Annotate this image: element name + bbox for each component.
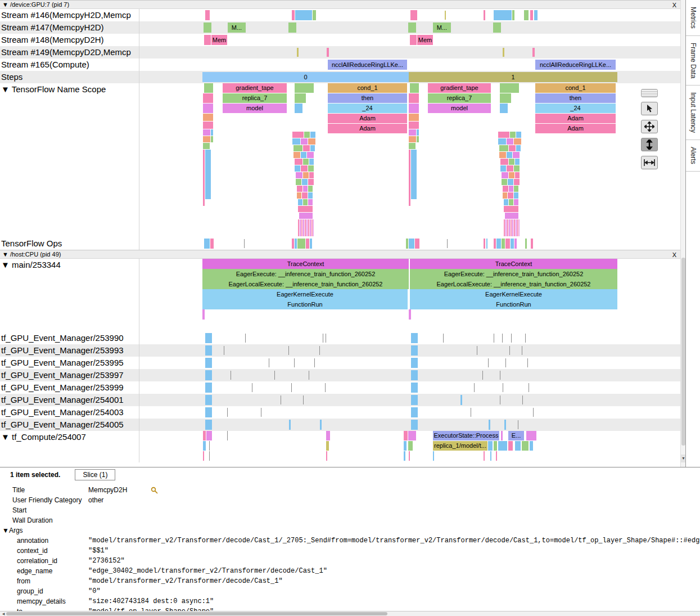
- slice[interactable]: [499, 152, 506, 158]
- close-process-button[interactable]: X: [672, 1, 676, 9]
- slice[interactable]: [292, 132, 304, 138]
- slice[interactable]: [509, 346, 510, 355]
- slice[interactable]: [504, 420, 506, 430]
- slice[interactable]: [408, 441, 413, 451]
- slice[interactable]: [298, 199, 302, 205]
- slice[interactable]: [203, 143, 210, 149]
- slice[interactable]: [261, 408, 261, 417]
- slice[interactable]: [509, 199, 513, 205]
- slice[interactable]: [411, 395, 418, 405]
- track-label[interactable]: ▼ main/253344: [0, 259, 139, 332]
- slice[interactable]: [471, 408, 471, 417]
- slice[interactable]: [306, 239, 309, 249]
- slice[interactable]: [502, 172, 508, 178]
- slice[interactable]: [415, 239, 419, 249]
- slice[interactable]: [205, 383, 212, 393]
- slice[interactable]: [443, 334, 444, 343]
- slice[interactable]: [508, 441, 513, 451]
- slice[interactable]: [293, 145, 302, 151]
- close-process-button[interactable]: X: [672, 251, 676, 259]
- slice[interactable]: [505, 239, 510, 249]
- slice[interactable]: [525, 239, 527, 249]
- process-title[interactable]: ▼ /device:GPU:7 (pid 7): [2, 1, 69, 8]
- slice[interactable]: [488, 358, 489, 367]
- slice[interactable]: [298, 206, 313, 212]
- slice[interactable]: [409, 104, 419, 113]
- slice[interactable]: [289, 420, 291, 430]
- slice[interactable]: [326, 334, 326, 343]
- slice[interactable]: [303, 199, 308, 205]
- slice[interactable]: [310, 132, 315, 138]
- slice[interactable]: [309, 159, 314, 165]
- slice[interactable]: [514, 138, 521, 145]
- slice-adam[interactable]: Adam: [328, 124, 407, 133]
- slice[interactable]: [303, 186, 308, 192]
- slice[interactable]: [515, 441, 521, 451]
- slice[interactable]: [496, 451, 497, 461]
- slice-24[interactable]: _24: [328, 104, 407, 113]
- slice[interactable]: [295, 239, 297, 249]
- slice-e[interactable]: E...: [508, 431, 524, 440]
- slice[interactable]: [501, 431, 503, 440]
- slice[interactable]: [303, 172, 309, 178]
- slice[interactable]: [514, 186, 518, 192]
- slice[interactable]: [297, 192, 301, 199]
- slice[interactable]: [209, 441, 210, 451]
- slice[interactable]: [307, 152, 314, 158]
- slice-gradient-tape[interactable]: gradient_tape: [428, 83, 491, 93]
- slice[interactable]: [494, 239, 496, 249]
- slice-replica-7[interactable]: replica_7: [428, 93, 491, 103]
- slice[interactable]: [202, 309, 205, 320]
- slice[interactable]: [310, 239, 312, 249]
- slice[interactable]: [205, 345, 212, 356]
- slice[interactable]: [531, 239, 533, 249]
- slice[interactable]: [245, 334, 246, 343]
- slice[interactable]: [227, 408, 228, 417]
- slice[interactable]: [205, 407, 212, 417]
- slice[interactable]: [417, 129, 419, 136]
- slice[interactable]: [252, 383, 252, 392]
- slice[interactable]: [514, 199, 518, 205]
- timing-tool-button[interactable]: [641, 156, 658, 169]
- slice[interactable]: [310, 145, 315, 151]
- slice[interactable]: [205, 150, 211, 199]
- slice-eagerlocalexecute-inference-train-function-260252[interactable]: EagerLocalExecute: __inference_train_fun…: [202, 279, 409, 289]
- slice[interactable]: [295, 83, 314, 93]
- slice[interactable]: [231, 371, 231, 380]
- slice[interactable]: [486, 239, 487, 249]
- slice-mem[interactable]: Mem: [211, 35, 227, 45]
- slice[interactable]: [203, 451, 204, 461]
- slice[interactable]: [518, 420, 518, 429]
- slice[interactable]: [527, 358, 528, 367]
- slice[interactable]: [203, 122, 213, 129]
- slice[interactable]: [411, 333, 418, 343]
- slice[interactable]: [482, 371, 483, 380]
- slice-model[interactable]: model: [428, 104, 491, 113]
- slice[interactable]: [308, 179, 314, 185]
- slice[interactable]: [498, 132, 509, 138]
- side-tab-alerts[interactable]: Alerts: [686, 140, 700, 172]
- slice[interactable]: [298, 219, 314, 236]
- slice[interactable]: [204, 23, 211, 33]
- slice-24[interactable]: _24: [535, 104, 616, 113]
- slice-eagerlocalexecute-inference-train-function-260252[interactable]: EagerLocalExecute: __inference_train_fun…: [410, 279, 617, 289]
- slice[interactable]: [504, 199, 508, 205]
- slice[interactable]: [320, 420, 322, 430]
- slice-executorstate-process[interactable]: ExecutorState::Process: [433, 431, 499, 440]
- slice[interactable]: [205, 420, 212, 430]
- slice[interactable]: [488, 441, 493, 451]
- slice[interactable]: [503, 48, 504, 57]
- slice[interactable]: [512, 10, 514, 20]
- slice-gradient-tape[interactable]: gradient_tape: [223, 83, 287, 93]
- slice[interactable]: [302, 192, 308, 199]
- slice[interactable]: [496, 239, 501, 249]
- slice[interactable]: [411, 407, 418, 417]
- slice[interactable]: [319, 346, 320, 355]
- slice[interactable]: [411, 370, 418, 380]
- side-tab-frame-data[interactable]: Frame Data: [686, 36, 700, 86]
- slice[interactable]: [447, 239, 448, 248]
- slice-cond-1[interactable]: cond_1: [328, 83, 407, 93]
- slice[interactable]: [484, 10, 485, 20]
- slice[interactable]: [411, 383, 418, 393]
- slice[interactable]: [409, 122, 419, 129]
